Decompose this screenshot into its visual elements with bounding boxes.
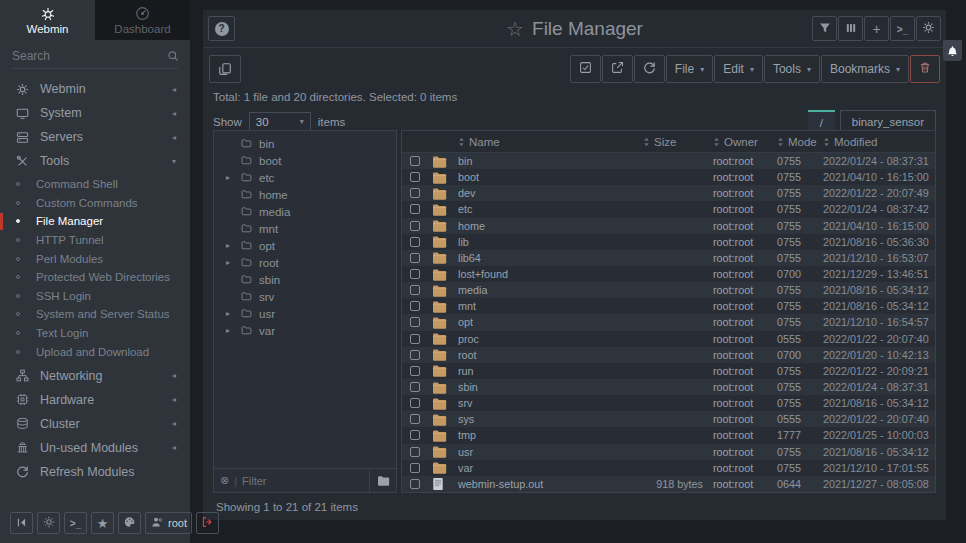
row-checkbox[interactable] xyxy=(410,301,420,311)
row-checkbox[interactable] xyxy=(410,463,420,473)
tree-item-srv[interactable]: srv xyxy=(214,288,396,305)
row-checkbox[interactable] xyxy=(410,414,420,424)
row-checkbox[interactable] xyxy=(410,221,420,231)
row-checkbox[interactable] xyxy=(410,334,420,344)
column-header-name[interactable]: Name xyxy=(458,136,643,148)
sidebar-item-hardware[interactable]: Hardware◂ xyxy=(0,388,190,412)
expand-icon[interactable]: ▸ xyxy=(226,173,240,182)
edit-menu-button[interactable]: Edit▾ xyxy=(714,55,763,83)
sidebar-subitem-system-and-server-status[interactable]: System and Server Status xyxy=(0,305,190,324)
row-checkbox[interactable] xyxy=(410,237,420,247)
row-checkbox[interactable] xyxy=(410,253,420,263)
search-input[interactable] xyxy=(12,49,167,63)
tree-item-media[interactable]: media xyxy=(214,203,396,220)
file-name[interactable]: sys xyxy=(458,413,643,425)
file-row-media[interactable]: mediaroot:root07552021/08/16 - 05:34:12 xyxy=(402,282,935,298)
tree-item-etc[interactable]: ▸etc xyxy=(214,169,396,186)
row-checkbox[interactable] xyxy=(410,317,420,327)
sidebar-item-tools[interactable]: Tools▾ xyxy=(0,149,190,173)
tree-filter-bar[interactable]: ⊗ | Filter xyxy=(214,468,396,492)
row-checkbox[interactable] xyxy=(410,350,420,360)
file-name[interactable]: run xyxy=(458,365,643,377)
palette-button[interactable] xyxy=(118,512,141,534)
filter-button[interactable] xyxy=(812,16,837,41)
column-header-modified[interactable]: Modified xyxy=(823,136,935,148)
file-row-mnt[interactable]: mntroot:root07552021/08/16 - 05:34:12 xyxy=(402,298,935,314)
file-name[interactable]: sbin xyxy=(458,381,643,393)
sidebar-subitem-ssh-login[interactable]: SSH Login xyxy=(0,287,190,306)
row-checkbox[interactable] xyxy=(410,285,420,295)
file-name[interactable]: boot xyxy=(458,171,643,183)
column-header-size[interactable]: Size xyxy=(643,136,713,148)
tree-item-var[interactable]: ▸var xyxy=(214,322,396,339)
collapse-button[interactable] xyxy=(10,512,33,534)
delete-button[interactable] xyxy=(910,55,940,83)
tools-menu-button[interactable]: Tools▾ xyxy=(764,55,820,83)
row-checkbox[interactable] xyxy=(410,188,420,198)
file-row-dev[interactable]: devroot:root07552022/01/22 - 20:07:49 xyxy=(402,185,935,201)
file-menu-button[interactable]: File▾ xyxy=(666,55,713,83)
sidebar-item-networking[interactable]: Networking◂ xyxy=(0,364,190,388)
columns-button[interactable] xyxy=(838,16,863,41)
file-name[interactable]: tmp xyxy=(458,429,643,441)
file-row-sbin[interactable]: sbinroot:root07552022/01/24 - 08:37:31 xyxy=(402,379,935,395)
expand-icon[interactable]: ▸ xyxy=(226,326,240,335)
sidebar-subitem-text-login[interactable]: Text Login xyxy=(0,324,190,343)
tab-dashboard[interactable]: Dashboard xyxy=(95,0,190,40)
sidebar-item-cluster[interactable]: Cluster◂ xyxy=(0,412,190,436)
file-row-webmin-setup-out[interactable]: webmin-setup.out918 bytesroot:root064420… xyxy=(402,476,935,492)
tab-webmin[interactable]: Webmin xyxy=(0,0,95,40)
tree-item-mnt[interactable]: mnt xyxy=(214,220,396,237)
row-checkbox[interactable] xyxy=(410,204,420,214)
plus-button[interactable]: + xyxy=(864,16,889,41)
row-checkbox[interactable] xyxy=(410,479,420,489)
tree-item-boot[interactable]: boot xyxy=(214,152,396,169)
logout-button[interactable] xyxy=(196,512,219,534)
terminal-button[interactable]: >_ xyxy=(890,16,915,41)
file-name[interactable]: opt xyxy=(458,316,643,328)
expand-icon[interactable]: ▸ xyxy=(226,241,240,250)
file-row-var[interactable]: varroot:root07552021/12/10 - 17:01:55 xyxy=(402,460,935,476)
file-row-root[interactable]: rootroot:root07002022/01/20 - 10:42:13 xyxy=(402,347,935,363)
sidebar-item-refresh-modules[interactable]: Refresh Modules xyxy=(0,460,190,484)
file-name[interactable]: media xyxy=(458,284,643,296)
file-row-opt[interactable]: optroot:root07552021/12/10 - 16:54:57 xyxy=(402,314,935,330)
file-name[interactable]: lib xyxy=(458,236,643,248)
file-name[interactable]: lib64 xyxy=(458,252,643,264)
sync-button[interactable] xyxy=(634,55,665,83)
star-outline-icon[interactable]: ☆ xyxy=(506,19,524,39)
file-row-srv[interactable]: srvroot:root07552021/08/16 - 05:34:12 xyxy=(402,395,935,411)
file-row-lib[interactable]: libroot:root07552021/08/16 - 05:36:30 xyxy=(402,234,935,250)
sidebar-subitem-file-manager[interactable]: File Manager xyxy=(0,212,190,231)
tree-item-usr[interactable]: ▸usr xyxy=(214,305,396,322)
file-name[interactable]: home xyxy=(458,220,643,232)
file-name[interactable]: bin xyxy=(458,155,643,167)
bookmarks-menu-button[interactable]: Bookmarks▾ xyxy=(821,55,909,83)
sidebar-item-system[interactable]: System◂ xyxy=(0,101,190,125)
file-row-tmp[interactable]: tmproot:root17772022/01/25 - 10:00:03 xyxy=(402,427,935,443)
user-button[interactable]: root xyxy=(145,512,192,534)
sidebar-subitem-upload-and-download[interactable]: Upload and Download xyxy=(0,342,190,361)
file-row-etc[interactable]: etcroot:root07552022/01/24 - 08:37:42 xyxy=(402,201,935,217)
page-size-select[interactable]: 30 ▾ xyxy=(249,112,311,132)
sidebar-subitem-protected-web-directories[interactable]: Protected Web Directories xyxy=(0,268,190,287)
expand-icon[interactable]: ▸ xyxy=(226,309,240,318)
file-row-lib64[interactable]: lib64root:root07552021/12/10 - 16:53:07 xyxy=(402,250,935,266)
file-row-lost-found[interactable]: lost+foundroot:root07002021/12/29 - 13:4… xyxy=(402,266,935,282)
file-row-sys[interactable]: sysroot:root05552022/01/22 - 20:07:40 xyxy=(402,411,935,427)
copy-path-button[interactable] xyxy=(209,55,241,83)
help-button[interactable]: ? xyxy=(208,16,235,41)
file-name[interactable]: srv xyxy=(458,397,643,409)
row-checkbox[interactable] xyxy=(410,156,420,166)
terminal-button[interactable]: >_ xyxy=(64,512,87,534)
sidebar-subitem-http-tunnel[interactable]: HTTP Tunnel xyxy=(0,231,190,250)
gear-button[interactable] xyxy=(916,16,941,41)
tree-item-bin[interactable]: bin xyxy=(214,135,396,152)
sidebar-item-webmin[interactable]: Webmin◂ xyxy=(0,77,190,101)
row-checkbox[interactable] xyxy=(410,430,420,440)
file-row-proc[interactable]: procroot:root05552022/01/22 - 20:07:40 xyxy=(402,331,935,347)
column-header-owner[interactable]: Owner xyxy=(713,136,777,148)
row-checkbox[interactable] xyxy=(410,398,420,408)
clear-filter-icon[interactable]: ⊗ xyxy=(220,474,229,487)
file-name[interactable]: mnt xyxy=(458,300,643,312)
